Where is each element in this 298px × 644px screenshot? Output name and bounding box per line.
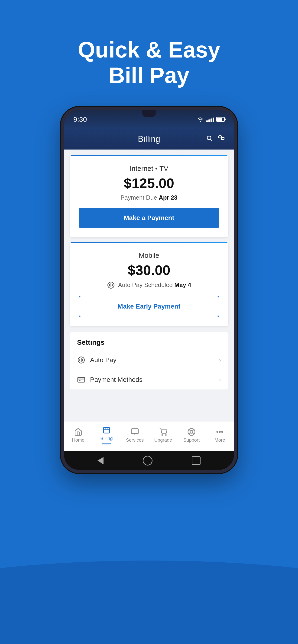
billing-icon xyxy=(102,426,111,434)
payment-methods-item[interactable]: Payment Methods › xyxy=(70,370,228,390)
mobile-card: Mobile $30.00 Auto Pay Scheduled May 4 xyxy=(70,242,228,326)
upgrade-icon xyxy=(159,428,167,436)
autopay-row: Auto Pay Scheduled May 4 xyxy=(79,281,219,289)
autopay-settings-icon xyxy=(77,356,85,364)
phone-mockup: 9:30 Bill xyxy=(61,107,237,473)
payment-methods-chevron: › xyxy=(219,376,221,383)
svg-point-28 xyxy=(219,432,220,432)
nav-services[interactable]: Services xyxy=(121,428,149,443)
settings-title: Settings xyxy=(70,332,228,350)
autopay-chevron: › xyxy=(219,356,221,364)
make-early-payment-button[interactable]: Make Early Payment xyxy=(79,296,219,317)
settings-section: Settings Auto Pay › xyxy=(70,332,228,390)
nav-services-label: Services xyxy=(126,438,144,443)
signal-icon xyxy=(206,116,214,122)
bill-amount-mobile: $30.00 xyxy=(79,262,219,278)
svg-rect-3 xyxy=(219,136,221,138)
android-home-bar xyxy=(64,451,234,470)
app-content: Internet • TV $125.00 Payment Due Apr 23… xyxy=(64,150,234,451)
nav-more-label: More xyxy=(214,438,225,443)
svg-point-27 xyxy=(217,432,218,432)
bottom-navigation: Home Billing xyxy=(64,421,234,451)
services-icon xyxy=(131,428,139,436)
svg-rect-4 xyxy=(221,138,224,140)
card-icon xyxy=(77,376,85,384)
service-name-mobile: Mobile xyxy=(79,252,219,260)
status-icons xyxy=(197,116,225,122)
nav-home-label: Home xyxy=(72,438,84,443)
app-header: Billing xyxy=(64,129,234,150)
chat-icon[interactable] xyxy=(218,135,225,143)
autopay-icon xyxy=(107,281,115,289)
nav-upgrade-label: Upgrade xyxy=(154,438,172,443)
autopay-settings-item[interactable]: Auto Pay › xyxy=(70,350,228,370)
home-button[interactable] xyxy=(143,456,152,466)
svg-rect-9 xyxy=(78,377,85,382)
more-icon xyxy=(216,428,224,436)
back-button[interactable] xyxy=(98,457,104,464)
payment-methods-label: Payment Methods xyxy=(90,376,214,384)
card-content-mobile: Mobile $30.00 Auto Pay Scheduled May 4 xyxy=(70,243,228,326)
svg-point-19 xyxy=(162,435,162,435)
battery-icon xyxy=(216,117,225,122)
wifi-icon xyxy=(197,116,204,122)
svg-point-29 xyxy=(222,432,223,432)
bill-amount-internet: $125.00 xyxy=(79,175,219,191)
svg-line-26 xyxy=(189,433,190,434)
nav-home[interactable]: Home xyxy=(64,428,92,443)
svg-rect-12 xyxy=(104,428,110,433)
header-title: Billing xyxy=(92,134,206,144)
phone-body: 9:30 Bill xyxy=(61,107,237,473)
svg-rect-16 xyxy=(131,429,138,434)
make-payment-button-internet[interactable]: Make a Payment xyxy=(79,208,219,228)
home-icon xyxy=(74,428,82,436)
billing-active-indicator xyxy=(102,444,111,444)
hero-title: Quick & Easy Bill Pay xyxy=(78,37,220,88)
autopay-label: Auto Pay xyxy=(90,356,214,364)
nav-upgrade[interactable]: Upgrade xyxy=(149,428,177,443)
svg-line-24 xyxy=(192,433,194,434)
phone-notch xyxy=(142,110,156,117)
status-time: 9:30 xyxy=(73,116,87,123)
svg-line-2 xyxy=(210,140,212,141)
svg-line-25 xyxy=(192,429,194,431)
svg-point-0 xyxy=(200,121,201,122)
autopay-text: Auto Pay Scheduled May 4 xyxy=(118,282,191,288)
due-date-internet: Payment Due Apr 23 xyxy=(79,194,219,201)
internet-tv-card: Internet • TV $125.00 Payment Due Apr 23… xyxy=(70,155,228,238)
search-icon[interactable] xyxy=(206,135,213,143)
nav-billing-label: Billing xyxy=(100,436,113,441)
svg-point-20 xyxy=(166,435,166,435)
nav-support-label: Support xyxy=(183,438,200,443)
nav-support[interactable]: Support xyxy=(177,428,206,443)
support-icon xyxy=(187,428,196,436)
card-content-internet: Internet • TV $125.00 Payment Due Apr 23… xyxy=(70,156,228,238)
svg-line-23 xyxy=(189,429,190,431)
service-name-internet: Internet • TV xyxy=(79,164,219,172)
nav-more[interactable]: More xyxy=(206,428,234,443)
header-icons[interactable] xyxy=(206,135,225,143)
recents-button[interactable] xyxy=(192,456,200,465)
nav-billing[interactable]: Billing xyxy=(92,426,121,444)
